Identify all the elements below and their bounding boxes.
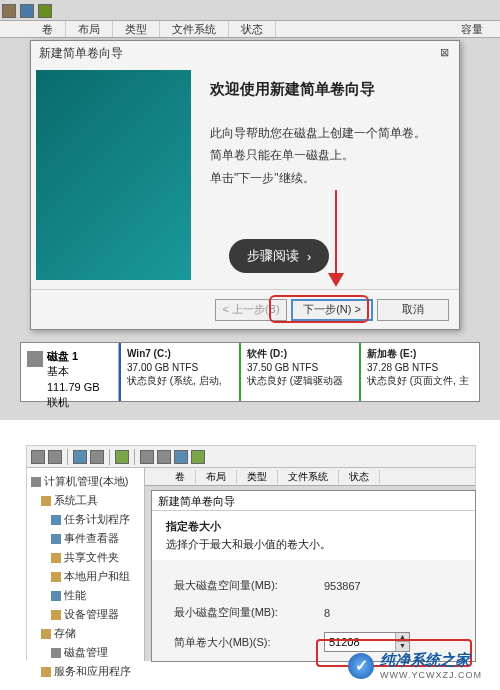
wizard-banner-image bbox=[36, 70, 191, 280]
folder-icon bbox=[41, 496, 51, 506]
col-layout[interactable]: 布局 bbox=[66, 21, 113, 37]
tree-device-manager[interactable]: 设备管理器 bbox=[31, 605, 140, 624]
folder-icon bbox=[41, 667, 51, 677]
spinner-up-icon[interactable]: ▲ bbox=[396, 633, 409, 642]
partition-c-name: Win7 (C:) bbox=[127, 347, 233, 361]
tree-event-viewer[interactable]: 事件查看器 bbox=[31, 529, 140, 548]
col-capacity[interactable]: 容量 bbox=[449, 21, 495, 37]
wizard-line1: 此向导帮助您在磁盘上创建一个简单卷。 bbox=[210, 122, 445, 145]
forward-nav-icon[interactable] bbox=[48, 450, 62, 464]
app-icon bbox=[2, 4, 16, 18]
wizard-line3: 单击"下一步"继续。 bbox=[210, 167, 445, 190]
col2-volume[interactable]: 卷 bbox=[165, 470, 196, 484]
device-icon bbox=[51, 610, 61, 620]
col-filesystem[interactable]: 文件系统 bbox=[160, 21, 229, 37]
users-icon bbox=[51, 572, 61, 582]
chevron-right-icon: › bbox=[307, 249, 311, 264]
max-space-label: 最大磁盘空间量(MB): bbox=[174, 578, 324, 593]
tree-system-tools[interactable]: 系统工具 bbox=[31, 491, 140, 510]
computer-management-lower: 计算机管理(本地) 系统工具 任务计划程序 事件查看器 共享文件夹 本地用户和组… bbox=[26, 445, 476, 660]
disk-size: 111.79 GB bbox=[47, 380, 100, 395]
volume-size-wizard: 新建简单卷向导 指定卷大小 选择介于最大和最小值的卷大小。 最大磁盘空间量(MB… bbox=[151, 490, 476, 662]
tree-shared-folders[interactable]: 共享文件夹 bbox=[31, 548, 140, 567]
toolbar-icon-1[interactable] bbox=[20, 4, 34, 18]
disk-mgmt-icon bbox=[51, 648, 61, 658]
spinner-down-icon[interactable]: ▼ bbox=[396, 642, 409, 651]
partition-e-status: 状态良好 (页面文件, 主 bbox=[367, 374, 473, 388]
annotation-arrow bbox=[335, 190, 337, 285]
tree-root[interactable]: 计算机管理(本地) bbox=[31, 472, 140, 491]
partition-c-size: 37.00 GB NTFS bbox=[127, 361, 233, 375]
col2-filesystem[interactable]: 文件系统 bbox=[278, 470, 339, 484]
properties-icon[interactable] bbox=[90, 450, 104, 464]
next-button[interactable]: 下一步(N) > bbox=[291, 299, 373, 321]
tree-disk-management[interactable]: 磁盘管理 bbox=[31, 643, 140, 662]
wizard2-subtext: 选择介于最大和最小值的卷大小。 bbox=[166, 537, 461, 552]
col-type[interactable]: 类型 bbox=[113, 21, 160, 37]
volume-size-label: 简单卷大小(MB)(S): bbox=[174, 635, 324, 650]
cancel-button[interactable]: 取消 bbox=[377, 299, 449, 321]
disk-partition-map: 磁盘 1 基本 111.79 GB 联机 Win7 (C:) 37.00 GB … bbox=[20, 342, 480, 402]
mmc-toolbar bbox=[27, 446, 475, 468]
event-icon bbox=[51, 534, 61, 544]
disk-icon bbox=[27, 351, 43, 367]
step-reading-button[interactable]: 步骤阅读 › bbox=[229, 239, 329, 273]
partition-c-status: 状态良好 (系统, 启动, bbox=[127, 374, 233, 388]
wizard2-heading: 指定卷大小 bbox=[166, 519, 461, 534]
partition-e[interactable]: 新加卷 (E:) 37.28 GB NTFS 状态良好 (页面文件, 主 bbox=[359, 343, 479, 401]
volume-size-input[interactable] bbox=[325, 634, 395, 650]
disk-type: 基本 bbox=[47, 364, 100, 379]
volume-header-row-2: 卷 布局 类型 文件系统 状态 bbox=[145, 468, 475, 486]
watermark: ✓ 纯净系统之家 WWW.YCWXZJ.COM bbox=[348, 651, 482, 680]
window-title-icons bbox=[2, 4, 52, 18]
disk-label-cell[interactable]: 磁盘 1 基本 111.79 GB 联机 bbox=[21, 343, 119, 401]
col-status[interactable]: 状态 bbox=[229, 21, 276, 37]
watermark-url: WWW.YCWXZJ.COM bbox=[380, 670, 482, 680]
min-space-row: 最小磁盘空间量(MB): 8 bbox=[174, 605, 453, 620]
watermark-logo-icon: ✓ bbox=[348, 653, 374, 679]
col-volume[interactable]: 卷 bbox=[30, 21, 66, 37]
partition-c[interactable]: Win7 (C:) 37.00 GB NTFS 状态良好 (系统, 启动, bbox=[119, 343, 239, 401]
volume-size-spinner[interactable]: ▲ ▼ bbox=[324, 632, 410, 652]
close-icon[interactable]: ⊠ bbox=[437, 46, 451, 60]
wizard-title-text: 新建简单卷向导 bbox=[39, 45, 123, 62]
help-icon[interactable] bbox=[115, 450, 129, 464]
partition-d-size: 37.50 GB NTFS bbox=[247, 361, 353, 375]
col2-layout[interactable]: 布局 bbox=[196, 470, 237, 484]
disk-management-upper: 卷 布局 类型 文件系统 状态 容量 新建简单卷向导 ⊠ 欢迎使用新建简单卷向导… bbox=[0, 0, 500, 420]
folder-icon bbox=[41, 629, 51, 639]
mmc-main-panel: 卷 布局 类型 文件系统 状态 新建简单卷向导 指定卷大小 选择介于最大和最小值… bbox=[145, 468, 475, 661]
col2-type[interactable]: 类型 bbox=[237, 470, 278, 484]
wizard2-title: 新建简单卷向导 bbox=[152, 491, 475, 511]
back-nav-icon[interactable] bbox=[31, 450, 45, 464]
partition-d-status: 状态良好 (逻辑驱动器 bbox=[247, 374, 353, 388]
folder-icon bbox=[51, 553, 61, 563]
toolbar-icon-2[interactable] bbox=[38, 4, 52, 18]
max-space-row: 最大磁盘空间量(MB): 953867 bbox=[174, 578, 453, 593]
volume-size-row: 简单卷大小(MB)(S): ▲ ▼ bbox=[174, 632, 453, 652]
tree-task-scheduler[interactable]: 任务计划程序 bbox=[31, 510, 140, 529]
col2-status[interactable]: 状态 bbox=[339, 470, 380, 484]
view-icon-3[interactable] bbox=[174, 450, 188, 464]
watermark-text: 纯净系统之家 bbox=[380, 651, 482, 670]
tree-local-users[interactable]: 本地用户和组 bbox=[31, 567, 140, 586]
partition-e-size: 37.28 GB NTFS bbox=[367, 361, 473, 375]
tree-services[interactable]: 服务和应用程序 bbox=[31, 662, 140, 681]
view-icon-1[interactable] bbox=[140, 450, 154, 464]
min-space-value: 8 bbox=[324, 607, 434, 619]
wizard-heading: 欢迎使用新建简单卷向导 bbox=[210, 75, 445, 104]
view-icon-2[interactable] bbox=[157, 450, 171, 464]
tree-performance[interactable]: 性能 bbox=[31, 586, 140, 605]
wizard-line2: 简单卷只能在单一磁盘上。 bbox=[210, 144, 445, 167]
tree-storage[interactable]: 存储 bbox=[31, 624, 140, 643]
partition-e-name: 新加卷 (E:) bbox=[367, 347, 473, 361]
min-space-label: 最小磁盘空间量(MB): bbox=[174, 605, 324, 620]
disk-name: 磁盘 1 bbox=[47, 349, 100, 364]
scheduler-icon bbox=[51, 515, 61, 525]
partition-d[interactable]: 软件 (D:) 37.50 GB NTFS 状态良好 (逻辑驱动器 bbox=[239, 343, 359, 401]
computer-icon bbox=[31, 477, 41, 487]
step-reading-label: 步骤阅读 bbox=[247, 247, 299, 265]
view-icon-4[interactable] bbox=[191, 450, 205, 464]
wizard2-subheader: 指定卷大小 选择介于最大和最小值的卷大小。 bbox=[152, 511, 475, 560]
refresh-icon[interactable] bbox=[73, 450, 87, 464]
